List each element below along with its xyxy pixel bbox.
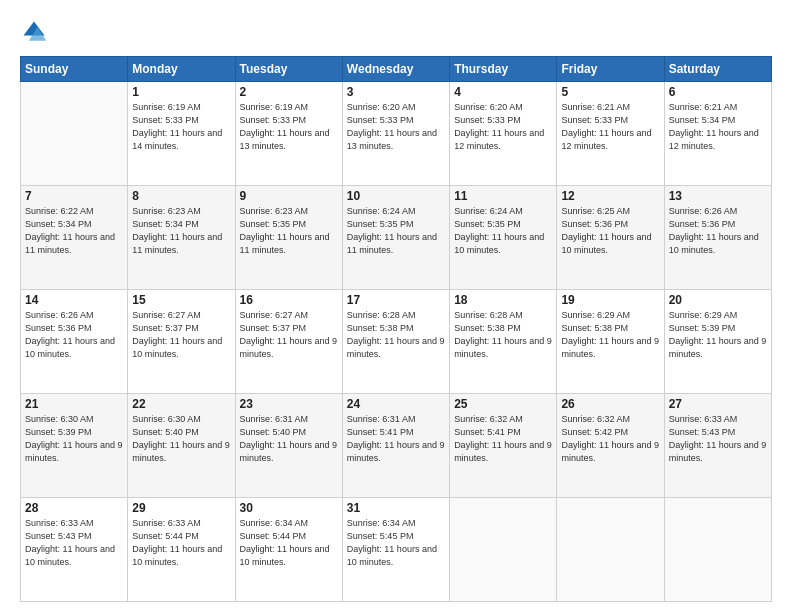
calendar-cell: 6Sunrise: 6:21 AMSunset: 5:34 PMDaylight… (664, 82, 771, 186)
logo (20, 18, 52, 46)
calendar-cell: 21Sunrise: 6:30 AMSunset: 5:39 PMDayligh… (21, 394, 128, 498)
day-info: Sunrise: 6:32 AMSunset: 5:42 PMDaylight:… (561, 413, 659, 465)
day-number: 27 (669, 397, 767, 411)
logo-icon (20, 18, 48, 46)
day-info: Sunrise: 6:19 AMSunset: 5:33 PMDaylight:… (132, 101, 230, 153)
calendar-cell: 28Sunrise: 6:33 AMSunset: 5:43 PMDayligh… (21, 498, 128, 602)
day-number: 5 (561, 85, 659, 99)
day-info: Sunrise: 6:33 AMSunset: 5:43 PMDaylight:… (669, 413, 767, 465)
day-info: Sunrise: 6:19 AMSunset: 5:33 PMDaylight:… (240, 101, 338, 153)
calendar-cell: 3Sunrise: 6:20 AMSunset: 5:33 PMDaylight… (342, 82, 449, 186)
calendar-header-monday: Monday (128, 57, 235, 82)
day-number: 14 (25, 293, 123, 307)
day-info: Sunrise: 6:30 AMSunset: 5:40 PMDaylight:… (132, 413, 230, 465)
day-info: Sunrise: 6:27 AMSunset: 5:37 PMDaylight:… (132, 309, 230, 361)
calendar-cell (450, 498, 557, 602)
calendar-cell: 27Sunrise: 6:33 AMSunset: 5:43 PMDayligh… (664, 394, 771, 498)
calendar-cell: 20Sunrise: 6:29 AMSunset: 5:39 PMDayligh… (664, 290, 771, 394)
day-number: 25 (454, 397, 552, 411)
calendar-header-wednesday: Wednesday (342, 57, 449, 82)
day-number: 29 (132, 501, 230, 515)
day-info: Sunrise: 6:31 AMSunset: 5:41 PMDaylight:… (347, 413, 445, 465)
day-number: 2 (240, 85, 338, 99)
day-number: 23 (240, 397, 338, 411)
day-number: 13 (669, 189, 767, 203)
day-info: Sunrise: 6:30 AMSunset: 5:39 PMDaylight:… (25, 413, 123, 465)
calendar-header-tuesday: Tuesday (235, 57, 342, 82)
day-info: Sunrise: 6:24 AMSunset: 5:35 PMDaylight:… (454, 205, 552, 257)
calendar-cell: 23Sunrise: 6:31 AMSunset: 5:40 PMDayligh… (235, 394, 342, 498)
day-info: Sunrise: 6:21 AMSunset: 5:34 PMDaylight:… (669, 101, 767, 153)
calendar-cell (557, 498, 664, 602)
day-info: Sunrise: 6:26 AMSunset: 5:36 PMDaylight:… (25, 309, 123, 361)
calendar-cell: 26Sunrise: 6:32 AMSunset: 5:42 PMDayligh… (557, 394, 664, 498)
day-number: 3 (347, 85, 445, 99)
day-number: 12 (561, 189, 659, 203)
calendar-cell (664, 498, 771, 602)
calendar-cell: 19Sunrise: 6:29 AMSunset: 5:38 PMDayligh… (557, 290, 664, 394)
calendar-cell: 2Sunrise: 6:19 AMSunset: 5:33 PMDaylight… (235, 82, 342, 186)
day-number: 26 (561, 397, 659, 411)
day-number: 30 (240, 501, 338, 515)
day-number: 31 (347, 501, 445, 515)
calendar-cell: 7Sunrise: 6:22 AMSunset: 5:34 PMDaylight… (21, 186, 128, 290)
day-info: Sunrise: 6:20 AMSunset: 5:33 PMDaylight:… (347, 101, 445, 153)
calendar-cell: 31Sunrise: 6:34 AMSunset: 5:45 PMDayligh… (342, 498, 449, 602)
day-info: Sunrise: 6:20 AMSunset: 5:33 PMDaylight:… (454, 101, 552, 153)
calendar-cell: 29Sunrise: 6:33 AMSunset: 5:44 PMDayligh… (128, 498, 235, 602)
day-number: 18 (454, 293, 552, 307)
day-info: Sunrise: 6:24 AMSunset: 5:35 PMDaylight:… (347, 205, 445, 257)
day-info: Sunrise: 6:28 AMSunset: 5:38 PMDaylight:… (347, 309, 445, 361)
day-number: 28 (25, 501, 123, 515)
day-number: 17 (347, 293, 445, 307)
calendar-cell: 14Sunrise: 6:26 AMSunset: 5:36 PMDayligh… (21, 290, 128, 394)
calendar-cell: 15Sunrise: 6:27 AMSunset: 5:37 PMDayligh… (128, 290, 235, 394)
header (20, 18, 772, 46)
day-number: 9 (240, 189, 338, 203)
day-info: Sunrise: 6:29 AMSunset: 5:39 PMDaylight:… (669, 309, 767, 361)
day-number: 7 (25, 189, 123, 203)
calendar-cell: 30Sunrise: 6:34 AMSunset: 5:44 PMDayligh… (235, 498, 342, 602)
day-info: Sunrise: 6:26 AMSunset: 5:36 PMDaylight:… (669, 205, 767, 257)
day-number: 10 (347, 189, 445, 203)
calendar-header-sunday: Sunday (21, 57, 128, 82)
day-info: Sunrise: 6:29 AMSunset: 5:38 PMDaylight:… (561, 309, 659, 361)
day-info: Sunrise: 6:33 AMSunset: 5:44 PMDaylight:… (132, 517, 230, 569)
page: SundayMondayTuesdayWednesdayThursdayFrid… (0, 0, 792, 612)
day-info: Sunrise: 6:21 AMSunset: 5:33 PMDaylight:… (561, 101, 659, 153)
day-number: 6 (669, 85, 767, 99)
day-info: Sunrise: 6:23 AMSunset: 5:34 PMDaylight:… (132, 205, 230, 257)
day-number: 15 (132, 293, 230, 307)
day-number: 1 (132, 85, 230, 99)
calendar-cell: 11Sunrise: 6:24 AMSunset: 5:35 PMDayligh… (450, 186, 557, 290)
day-info: Sunrise: 6:31 AMSunset: 5:40 PMDaylight:… (240, 413, 338, 465)
day-number: 11 (454, 189, 552, 203)
day-info: Sunrise: 6:34 AMSunset: 5:44 PMDaylight:… (240, 517, 338, 569)
day-number: 16 (240, 293, 338, 307)
calendar-header-saturday: Saturday (664, 57, 771, 82)
day-number: 22 (132, 397, 230, 411)
day-info: Sunrise: 6:27 AMSunset: 5:37 PMDaylight:… (240, 309, 338, 361)
day-number: 8 (132, 189, 230, 203)
calendar-table: SundayMondayTuesdayWednesdayThursdayFrid… (20, 56, 772, 602)
calendar-cell: 12Sunrise: 6:25 AMSunset: 5:36 PMDayligh… (557, 186, 664, 290)
day-info: Sunrise: 6:34 AMSunset: 5:45 PMDaylight:… (347, 517, 445, 569)
calendar-cell: 25Sunrise: 6:32 AMSunset: 5:41 PMDayligh… (450, 394, 557, 498)
calendar-cell (21, 82, 128, 186)
calendar-cell: 9Sunrise: 6:23 AMSunset: 5:35 PMDaylight… (235, 186, 342, 290)
day-number: 19 (561, 293, 659, 307)
calendar-header-friday: Friday (557, 57, 664, 82)
calendar-cell: 24Sunrise: 6:31 AMSunset: 5:41 PMDayligh… (342, 394, 449, 498)
calendar-cell: 18Sunrise: 6:28 AMSunset: 5:38 PMDayligh… (450, 290, 557, 394)
day-info: Sunrise: 6:33 AMSunset: 5:43 PMDaylight:… (25, 517, 123, 569)
day-info: Sunrise: 6:28 AMSunset: 5:38 PMDaylight:… (454, 309, 552, 361)
calendar-cell: 13Sunrise: 6:26 AMSunset: 5:36 PMDayligh… (664, 186, 771, 290)
calendar-header-thursday: Thursday (450, 57, 557, 82)
calendar-cell: 5Sunrise: 6:21 AMSunset: 5:33 PMDaylight… (557, 82, 664, 186)
day-number: 4 (454, 85, 552, 99)
day-info: Sunrise: 6:22 AMSunset: 5:34 PMDaylight:… (25, 205, 123, 257)
day-number: 20 (669, 293, 767, 307)
calendar-cell: 8Sunrise: 6:23 AMSunset: 5:34 PMDaylight… (128, 186, 235, 290)
day-info: Sunrise: 6:25 AMSunset: 5:36 PMDaylight:… (561, 205, 659, 257)
day-number: 21 (25, 397, 123, 411)
